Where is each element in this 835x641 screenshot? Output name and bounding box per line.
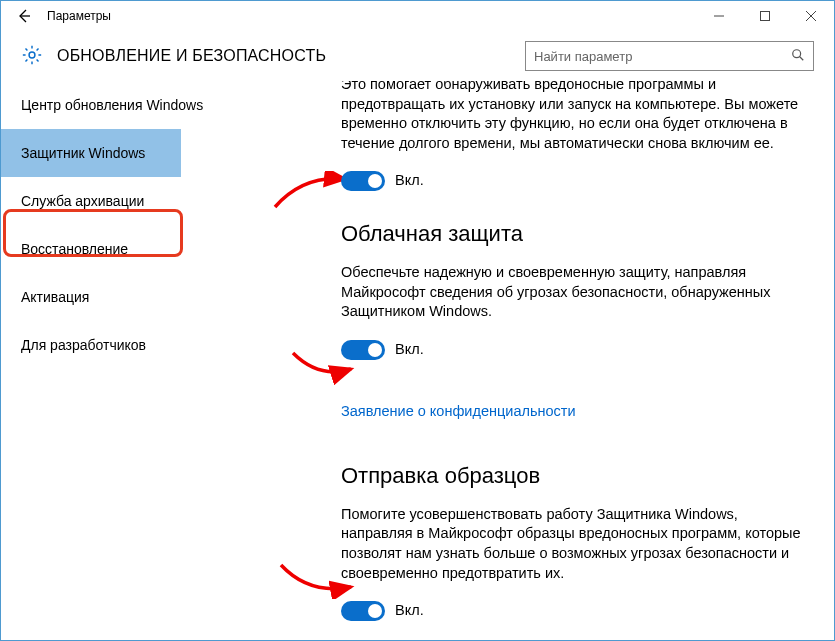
back-button[interactable] [1,1,47,31]
cloud-desc: Обеспечьте надежную и своевременную защи… [341,263,806,322]
realtime-toggle[interactable] [341,171,385,191]
page-header: ОБНОВЛЕНИЕ И БЕЗОПАСНОСТЬ Найти параметр [1,31,834,81]
realtime-state: Вкл. [395,171,424,191]
gear-icon [21,44,43,69]
window-title: Параметры [47,9,111,23]
page-heading: ОБНОВЛЕНИЕ И БЕЗОПАСНОСТЬ [57,47,326,65]
samples-desc: Помогите усовершенствовать работу Защитн… [341,505,806,583]
search-icon [791,48,805,65]
sidebar-item-label: Защитник Windows [21,145,145,161]
search-input[interactable]: Найти параметр [525,41,814,71]
realtime-desc: Это помогает обнаруживать вредоносные пр… [341,81,806,153]
sidebar-item-recovery[interactable]: Восстановление [1,225,341,273]
svg-point-1 [29,52,35,58]
sidebar-item-label: Центр обновления Windows [21,97,203,113]
sidebar-item-label: Для разработчиков [21,337,146,353]
sidebar-item-developers[interactable]: Для разработчиков [1,321,341,369]
samples-state: Вкл. [395,601,424,621]
samples-heading: Отправка образцов [341,461,806,491]
svg-point-2 [793,49,801,57]
cloud-state: Вкл. [395,340,424,360]
svg-rect-0 [761,12,770,21]
close-button[interactable] [788,1,834,31]
sidebar: Центр обновления Windows Защитник Window… [1,81,341,640]
minimize-button[interactable] [696,1,742,31]
cloud-toggle[interactable] [341,340,385,360]
sidebar-item-label: Восстановление [21,241,128,257]
privacy-link[interactable]: Заявление о конфиденциальности [341,402,576,422]
settings-window: Параметры ОБНОВЛЕНИЕ И БЕЗОПАСНОСТЬ Найт… [0,0,835,641]
sidebar-item-label: Служба архивации [21,193,144,209]
content-panel: Это помогает обнаруживать вредоносные пр… [341,81,834,640]
sidebar-item-defender[interactable]: Защитник Windows [1,129,181,177]
titlebar: Параметры [1,1,834,31]
search-placeholder: Найти параметр [534,49,791,64]
sidebar-item-backup[interactable]: Служба архивации [1,177,341,225]
sidebar-item-label: Активация [21,289,89,305]
samples-toggle[interactable] [341,601,385,621]
cloud-heading: Облачная защита [341,219,806,249]
sidebar-item-windows-update[interactable]: Центр обновления Windows [1,81,341,129]
body: Центр обновления Windows Защитник Window… [1,81,834,640]
maximize-button[interactable] [742,1,788,31]
sidebar-item-activation[interactable]: Активация [1,273,341,321]
